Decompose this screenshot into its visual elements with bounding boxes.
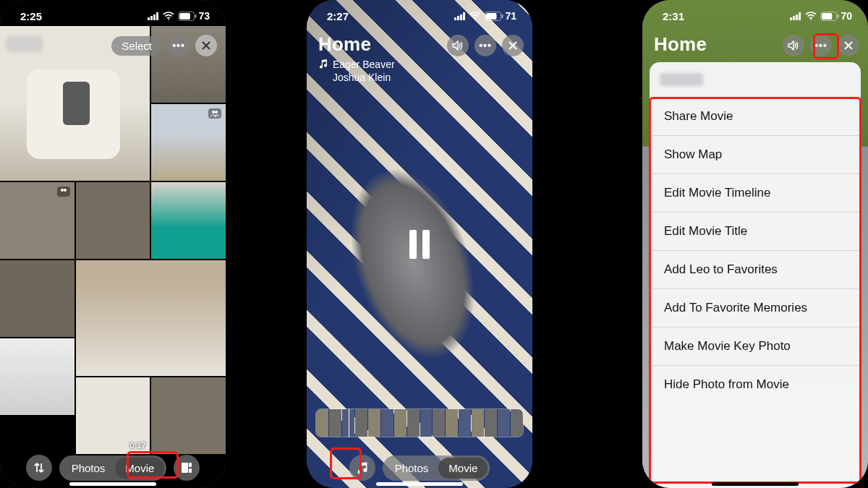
status-bar: 2:25 73 (0, 0, 226, 26)
battery-indicator: 73 (178, 10, 210, 22)
svg-rect-28 (799, 12, 801, 20)
svg-rect-12 (182, 463, 188, 473)
speaker-button[interactable] (783, 35, 804, 56)
tutorial-highlight (813, 33, 839, 59)
svg-point-0 (212, 111, 215, 114)
sort-button[interactable] (26, 455, 52, 481)
status-time: 2:31 (663, 10, 684, 22)
screen-photo-grid: 0:17 2:25 73 Select ••• Photos Movie (0, 0, 226, 488)
svg-rect-17 (460, 14, 462, 20)
photo-tile[interactable] (0, 182, 75, 259)
screen-movie-player: 2:27 71 Home Eager Beaver Joshua Klein •… (307, 0, 532, 488)
status-bar: 2:27 71 (307, 0, 532, 26)
home-indicator[interactable] (712, 482, 799, 486)
tutorial-highlight (127, 451, 179, 479)
home-indicator[interactable] (69, 482, 156, 486)
svg-rect-27 (796, 14, 798, 20)
photo-grid: 0:17 (0, 0, 226, 488)
video-duration: 0:17 (129, 441, 145, 450)
song-artist: Joshua Klein (333, 72, 395, 85)
battery-percent: 73 (198, 10, 210, 22)
pause-button[interactable] (405, 228, 434, 260)
cellular-icon (148, 12, 159, 20)
segment-photos[interactable]: Photos (61, 458, 116, 479)
movie-header: Home Eager Beaver Joshua Klein (318, 33, 395, 84)
speaker-icon (788, 40, 799, 51)
sort-arrows-icon (33, 461, 46, 474)
cellular-icon (454, 12, 466, 20)
svg-point-1 (215, 111, 218, 114)
song-name: Eager Beaver (333, 59, 395, 72)
ellipsis-icon: ••• (479, 40, 492, 51)
playhead[interactable] (349, 408, 349, 437)
movie-timeline[interactable] (315, 408, 524, 437)
battery-indicator: 70 (820, 10, 852, 22)
battery-percent: 71 (505, 10, 516, 22)
movie-header: Home (654, 33, 707, 56)
home-indicator[interactable] (376, 482, 463, 486)
photo-tile[interactable] (76, 182, 150, 259)
cellular-icon (790, 12, 801, 20)
wifi-icon (469, 12, 481, 20)
grid-layout-icon (181, 462, 192, 474)
svg-rect-4 (148, 17, 150, 20)
ellipsis-icon: ••• (172, 40, 185, 51)
screen-more-menu: 2:31 70 Home ••• Share Movie Show Map Ed… (642, 0, 868, 488)
svg-rect-26 (793, 16, 795, 20)
status-time: 2:27 (327, 10, 349, 22)
svg-rect-25 (790, 17, 792, 20)
svg-rect-6 (153, 14, 156, 20)
select-button[interactable]: Select (111, 36, 162, 56)
photo-tile[interactable] (151, 377, 226, 454)
status-time: 2:25 (20, 10, 42, 22)
close-button[interactable] (502, 35, 524, 56)
people-icon (57, 187, 70, 197)
svg-rect-31 (822, 13, 832, 20)
svg-rect-18 (463, 12, 465, 20)
more-button[interactable]: ••• (475, 35, 496, 56)
svg-rect-11 (195, 14, 197, 18)
svg-point-19 (475, 19, 476, 20)
close-button[interactable] (838, 35, 859, 56)
svg-rect-32 (838, 14, 839, 18)
svg-rect-24 (422, 230, 430, 259)
people-icon (208, 108, 221, 119)
status-bar: 2:31 70 (642, 0, 868, 26)
photo-tile[interactable] (76, 260, 226, 376)
redacted-label (660, 73, 703, 86)
action-sheet-header (650, 62, 861, 97)
tutorial-highlight (649, 97, 861, 484)
redacted-label (6, 36, 43, 52)
battery-percent: 70 (841, 10, 852, 22)
svg-rect-21 (486, 13, 497, 20)
close-button[interactable] (195, 35, 217, 56)
pause-icon (405, 228, 434, 260)
svg-rect-23 (409, 230, 417, 259)
svg-point-2 (61, 189, 64, 192)
memory-title: Home (654, 33, 707, 56)
top-controls: Select ••• (111, 35, 217, 56)
memory-title: Home (318, 33, 395, 56)
svg-rect-15 (454, 17, 456, 20)
photo-tile[interactable] (0, 338, 75, 415)
svg-point-29 (810, 19, 812, 20)
bottom-toolbar: Photos Movie (0, 455, 226, 481)
segmented-control: Photos Movie (383, 455, 490, 481)
more-button[interactable]: ••• (168, 35, 190, 56)
svg-point-8 (168, 19, 169, 20)
top-controls: ••• (447, 35, 524, 56)
battery-indicator: 71 (485, 10, 516, 22)
photo-tile[interactable]: 0:17 (76, 377, 150, 454)
photo-tile[interactable] (151, 182, 226, 259)
svg-point-3 (64, 189, 67, 192)
svg-rect-7 (156, 12, 158, 20)
photo-tile[interactable] (0, 260, 75, 337)
segment-movie[interactable]: Movie (438, 458, 488, 479)
photo-tile[interactable] (151, 104, 226, 181)
speaker-button[interactable] (447, 35, 469, 56)
svg-rect-10 (179, 13, 190, 20)
svg-rect-13 (189, 463, 192, 467)
speaker-icon (452, 40, 464, 51)
svg-rect-5 (150, 16, 153, 20)
segment-photos[interactable]: Photos (385, 458, 439, 479)
